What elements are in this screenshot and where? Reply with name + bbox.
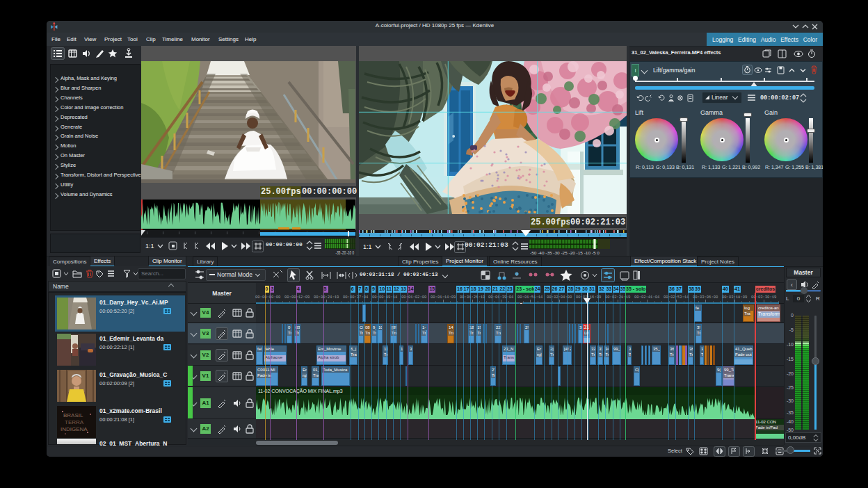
svg-text:INDIGENA: INDIGENA bbox=[61, 426, 88, 432]
svg-text:1:1: 1:1 bbox=[145, 243, 154, 250]
svg-text:BRASIL: BRASIL bbox=[63, 412, 83, 418]
svg-text:-35 -20 -10 0: -35 -20 -10 0 bbox=[336, 250, 354, 255]
svg-text:1:1: 1:1 bbox=[363, 243, 372, 250]
svg-text:TERRA: TERRA bbox=[65, 419, 84, 425]
svg-text:-50 -40 -35 -30 -25 -20: -50 -40 -35 -30 -25 -20 -15 -10 -5 0 bbox=[530, 250, 600, 255]
